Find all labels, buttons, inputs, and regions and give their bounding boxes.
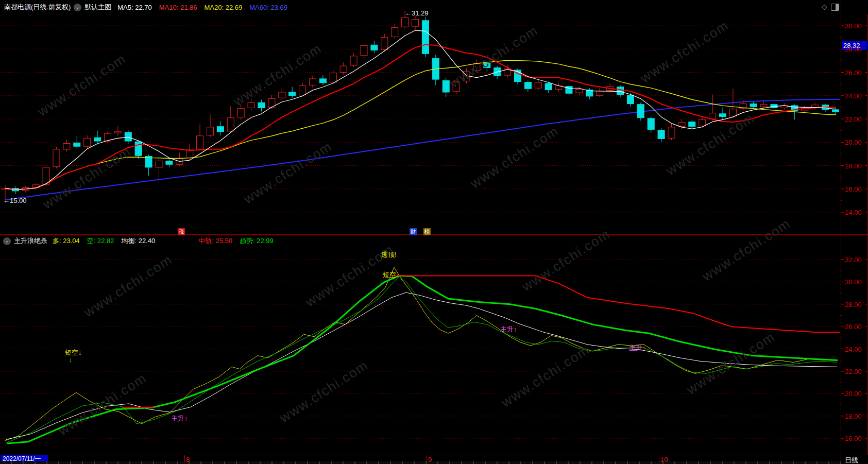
signal-annotation: 主升↑: [629, 343, 646, 353]
axis-tick-label: 24.00: [845, 92, 868, 100]
axis-tick-label: 26.00: [845, 323, 868, 331]
axis-tick-label: 28.00: [845, 45, 868, 53]
month-label: 9: [428, 456, 432, 463]
signal-annotation: 短空↓: [383, 270, 400, 280]
signal-annotation: 短空↓: [65, 348, 82, 357]
ma-legend-item: MA5: 22.70: [117, 4, 152, 11]
panel-separator-line: [0, 234, 868, 235]
axis-tick-label: 28.00: [845, 301, 868, 308]
indicator-legend-item: 中轨: 25.50: [198, 236, 232, 246]
axis-tick-label: 24.00: [845, 346, 868, 353]
indicator-header: ⌄ 主升浪绝杀 多: 23.04空: 22.82均衡: 22.40中轨: 25.…: [3, 236, 274, 246]
price-annotation: ←15.00: [3, 197, 27, 204]
time-axis-line: [0, 455, 868, 455]
ma-legend-item: MA10: 21.86: [159, 4, 197, 11]
indicator-pane[interactable]: [0, 234, 841, 455]
axis-tick-label: 18.00: [845, 162, 868, 170]
axis-tick-label: 20.00: [845, 139, 868, 146]
indicator-legend: 多: 23.04空: 22.82均衡: 22.40中轨: 25.50趋势: 22…: [53, 236, 274, 246]
stock-title: 南都电源(日线.前复权): [4, 3, 71, 12]
axis-tick-label: 22.00: [845, 368, 868, 375]
period-label[interactable]: 日线: [845, 456, 858, 464]
ma-legend-item: MA20: 22.69: [205, 4, 243, 11]
month-tick: [184, 455, 185, 462]
event-badge[interactable]: 涨: [178, 228, 185, 235]
chevron-down-icon[interactable]: ⌄: [74, 4, 81, 11]
ma-legend-item: MA60: 23.69: [249, 4, 287, 11]
indicator-name: 主升浪绝杀: [14, 236, 47, 246]
signal-annotation: ↓: [69, 355, 73, 364]
indicator-legend-item: 趋势: 22.99: [240, 236, 274, 246]
signal-annotation: 主升↑: [500, 325, 517, 334]
diamond-icon[interactable]: ◇: [822, 3, 827, 10]
axis-tick-label: 20.00: [845, 390, 868, 398]
indicator-legend-item: 空: 22.82: [87, 236, 114, 246]
axis-tick-label: 14.00: [845, 209, 868, 216]
axis-tick-label: 22.00: [845, 115, 868, 123]
month-label: 8: [186, 456, 190, 463]
signal-annotation: ↓: [379, 277, 383, 286]
month-tick: [427, 455, 427, 462]
axis-tick-label: 26.00: [845, 69, 868, 77]
event-badge[interactable]: 榜: [423, 228, 431, 235]
event-badge[interactable]: 财: [410, 228, 417, 235]
price-annotation: ←31.29: [405, 9, 429, 17]
main-chart-pane[interactable]: [0, 14, 841, 234]
axis-tick-label: 32.00: [845, 256, 868, 264]
axis-tick-label: 16.00: [845, 185, 868, 193]
indicator-legend-item: 多: 23.04: [53, 236, 80, 246]
indicator-legend-item: 均衡: 22.40: [122, 236, 156, 246]
month-tick: [659, 455, 659, 462]
split-screen-icon[interactable]: [831, 4, 839, 11]
app-window: 南都电源(日线.前复权) ⌄ 默认主图 MA5: 22.70MA10: 21.8…: [0, 0, 868, 464]
axis-tick-label: 30.00: [845, 278, 868, 286]
axis-divider-line: [841, 0, 841, 464]
main-chart-header: 南都电源(日线.前复权) ⌄ 默认主图 MA5: 22.70MA10: 21.8…: [4, 3, 287, 12]
layout-selector[interactable]: 默认主图: [84, 3, 111, 12]
axis-tick-label: 30.00: [845, 22, 868, 30]
signal-annotation: 主升↑: [171, 414, 188, 423]
signal-annotation: 逃顶!: [381, 250, 397, 260]
month-label: 10: [660, 456, 668, 463]
axis-tick-label: 18.00: [845, 413, 868, 420]
time-tick-strip: [0, 461, 841, 464]
chevron-down-icon[interactable]: ⌄: [3, 237, 11, 245]
axis-tick-label: 16.00: [845, 435, 868, 442]
split-fill: [836, 4, 839, 10]
ma-legend: MA5: 22.70MA10: 21.86MA20: 22.69MA60: 23…: [117, 4, 287, 11]
